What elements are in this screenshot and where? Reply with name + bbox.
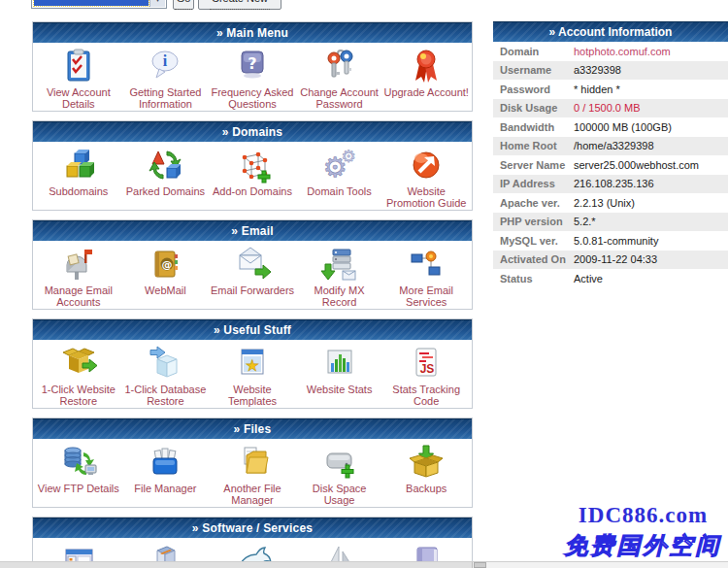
menu-item-subdomains[interactable]: Subdomains xyxy=(35,145,122,208)
account-select[interactable]: ▾ xyxy=(31,0,167,9)
account-row-label: Password xyxy=(493,84,574,95)
account-row-disk-usage: Disk Usage 0 / 1500.0 MB xyxy=(493,99,728,118)
drawer-files-icon xyxy=(123,442,209,483)
scrollbar-thumb[interactable] xyxy=(0,562,473,568)
section-header: » Email xyxy=(33,220,472,241)
menu-item-view-ftp-details[interactable]: View FTP Details xyxy=(35,442,122,505)
account-row-value: 2.2.13 (Unix) xyxy=(574,197,635,209)
address-book-icon: @ xyxy=(123,244,209,284)
scrollbar-corner xyxy=(474,562,486,568)
account-row-php-version: PHP version 5.2.* xyxy=(493,213,728,232)
account-row-mysql-ver: MySQL ver. 5.0.81-community xyxy=(493,231,728,251)
account-row-label: Status xyxy=(493,273,574,284)
menu-item-file-manager[interactable]: File Manager xyxy=(122,442,210,505)
parked-arrows-icon xyxy=(123,145,209,185)
menu-item-change-account-password[interactable]: Change Account Password xyxy=(296,46,383,109)
account-row-bandwidth: Bandwidth 100000 MB (100GB) xyxy=(493,117,728,137)
menu-item-1-click-website-restore[interactable]: 1-Click Website Restore xyxy=(35,343,122,406)
nodes-gear-icon xyxy=(383,244,469,284)
account-row-value: server25.000webhost.com xyxy=(574,159,699,171)
menu-item-add-on-domains[interactable]: Add-on Domains xyxy=(209,145,296,208)
watermark-cjk-text: 免费国外空间 xyxy=(558,530,728,561)
keys-icon xyxy=(297,46,382,86)
watermark-site-text: IDC886.com xyxy=(558,503,728,528)
menu-item-label: Stats Tracking Code xyxy=(383,384,469,407)
account-row-value: 0 / 1500.0 MB xyxy=(574,102,641,114)
menu-item-website-promotion-guide[interactable]: Website Promotion Guide xyxy=(382,145,470,208)
account-row-value: 216.108.235.136 xyxy=(574,178,654,189)
menu-item-label: 1-Click Database Restore xyxy=(123,384,209,407)
menu-item-stats-tracking-code[interactable]: JS Stats Tracking Code xyxy=(382,343,470,406)
section-header: » Files xyxy=(33,418,472,439)
server-arrow-icon xyxy=(297,244,382,284)
account-row-label: Bandwidth xyxy=(493,121,574,133)
menu-item-upgrade-account[interactable]: Upgrade Account! xyxy=(382,46,470,109)
section-body: View Account Details i Getting Started I… xyxy=(33,43,472,111)
menu-item-domain-tools[interactable]: ⚙⚙ Domain Tools xyxy=(296,145,383,208)
menu-item-label: Change Account Password xyxy=(297,86,382,110)
info-bubble-icon: i xyxy=(123,46,209,86)
section-useful-stuff: » Useful Stuff 1-Click Website Restore 1… xyxy=(32,318,473,409)
menu-item-more-email-services[interactable]: More Email Services xyxy=(382,244,470,307)
promotion-globe-icon xyxy=(383,145,469,185)
account-row-value: * hidden * xyxy=(574,84,620,95)
account-row-home-root: Home Root /home/a3329398 xyxy=(493,137,728,156)
menu-item-label: View Account Details xyxy=(36,86,121,110)
cubes-icon xyxy=(36,145,121,185)
disk-plus-icon xyxy=(297,442,382,483)
menu-item-label: File Manager xyxy=(123,483,209,494)
menu-item-email-forwarders[interactable]: Email Forwarders xyxy=(209,244,296,307)
section-header: » Useful Stuff xyxy=(33,319,472,340)
chevron-down-icon: ▾ xyxy=(149,0,165,7)
menu-item-backups[interactable]: Backups xyxy=(382,442,470,505)
account-row-value: 2009-11-22 04:33 xyxy=(574,253,657,265)
section-header: » Software / Services xyxy=(33,518,472,538)
menu-item-label: Backups xyxy=(383,483,469,494)
menu-item-label: Frequency Asked Questions xyxy=(210,86,295,110)
section-files: » Files View FTP Details File Manager An… xyxy=(32,418,473,508)
section-header: » Domains xyxy=(33,121,472,142)
svg-text:?: ? xyxy=(248,54,256,73)
menu-item-label: 1-Click Website Restore xyxy=(36,384,121,407)
menu-item-getting-started-information[interactable]: i Getting Started Information xyxy=(122,46,210,109)
menu-item-parked-domains[interactable]: Parked Domains xyxy=(122,145,210,208)
menu-item-label: View FTP Details xyxy=(36,483,121,494)
account-row-value: 5.0.81-community xyxy=(574,235,658,247)
go-button[interactable]: Go xyxy=(173,0,194,10)
horizontal-scrollbar[interactable] xyxy=(0,561,728,568)
award-ribbon-icon xyxy=(383,46,469,86)
menu-item-website-stats[interactable]: Website Stats xyxy=(296,343,383,406)
section-email: » Email Manage Email Accounts @ WebMail … xyxy=(32,219,473,310)
menu-item-label: Website Stats xyxy=(297,384,382,395)
account-row-label: Apache ver. xyxy=(493,197,574,209)
account-row-value: 100000 MB (100GB) xyxy=(574,121,672,133)
account-row-value[interactable]: hotphoto.comuf.com xyxy=(574,46,671,57)
account-information-header: » Account Information xyxy=(493,21,728,42)
menu-item-view-account-details[interactable]: View Account Details xyxy=(35,46,122,109)
account-row-label: PHP version xyxy=(493,216,574,227)
menu-item-frequency-asked-questions[interactable]: ? Frequency Asked Questions xyxy=(209,46,296,109)
menu-item-disk-space-usage[interactable]: Disk Space Usage xyxy=(296,442,383,505)
svg-text:JS: JS xyxy=(420,362,435,376)
account-row-apache-ver: Apache ver. 2.2.13 (Unix) xyxy=(493,193,728,213)
menu-item-website-templates[interactable]: ★ Website Templates xyxy=(209,343,296,406)
account-row-label: MySQL ver. xyxy=(493,235,574,247)
menu-item-modify-mx-record[interactable]: Modify MX Record xyxy=(296,244,383,307)
menu-item-1-click-database-restore[interactable]: 1-Click Database Restore xyxy=(122,343,210,406)
account-row-label: IP Address xyxy=(493,178,574,189)
mailbox-icon xyxy=(36,244,121,284)
menu-item-label: Website Promotion Guide xyxy=(383,185,469,209)
cube-arrow-left-icon xyxy=(123,343,209,384)
window-star-icon: ★ xyxy=(210,343,295,384)
menu-item-manage-email-accounts[interactable]: Manage Email Accounts xyxy=(35,244,122,307)
section-body: 1-Click Website Restore 1-Click Database… xyxy=(33,340,472,408)
create-new-button[interactable]: Create New xyxy=(198,0,281,10)
menu-item-label: Manage Email Accounts xyxy=(36,284,121,308)
ftp-sync-icon xyxy=(36,442,121,483)
account-row-label: Activated On xyxy=(493,253,574,265)
question-square-icon: ? xyxy=(210,46,295,86)
svg-text:⚙: ⚙ xyxy=(341,147,355,166)
menu-item-another-file-manager[interactable]: Another File Manager xyxy=(209,442,296,505)
menu-item-webmail[interactable]: @ WebMail xyxy=(122,244,210,307)
account-information-panel: » Account Information Domain hotphoto.co… xyxy=(493,21,728,288)
